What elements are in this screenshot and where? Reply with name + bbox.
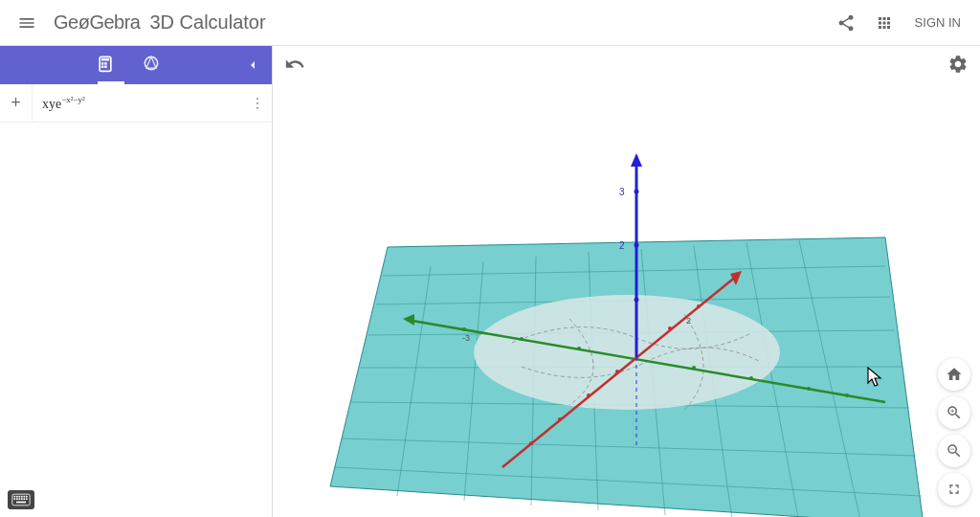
x-tick: 2 <box>686 316 691 326</box>
svg-point-48 <box>635 243 639 248</box>
algebra-sidebar: + xye−x²−y² <box>0 46 273 517</box>
formula-input[interactable]: xye−x²−y² <box>33 95 243 112</box>
svg-rect-62 <box>26 498 28 500</box>
zoom-out-button[interactable] <box>938 435 970 467</box>
svg-point-43 <box>697 304 701 308</box>
svg-rect-3 <box>104 62 107 65</box>
menu-button[interactable] <box>8 4 46 42</box>
svg-point-41 <box>615 370 619 373</box>
add-input-button[interactable]: + <box>0 84 33 123</box>
svg-point-35 <box>845 393 849 397</box>
svg-point-29 <box>462 327 466 331</box>
svg-rect-63 <box>16 502 26 504</box>
svg-point-34 <box>807 387 811 391</box>
svg-rect-60 <box>21 498 23 500</box>
svg-rect-4 <box>101 66 104 69</box>
page-title: 3D Calculator <box>149 11 265 34</box>
collapse-sidebar-button[interactable] <box>241 54 264 77</box>
svg-rect-54 <box>21 496 23 498</box>
svg-rect-53 <box>19 496 21 498</box>
undo-button[interactable] <box>284 54 305 79</box>
zoom-in-button[interactable] <box>938 396 970 429</box>
z-tick-2: 2 <box>619 240 625 251</box>
3d-plot[interactable]: 3 2 2 -3 <box>273 84 980 517</box>
svg-point-26 <box>474 295 780 410</box>
svg-rect-55 <box>24 496 26 498</box>
app-header: GeøGebra 3D Calculator SIGN IN <box>0 0 980 46</box>
svg-rect-59 <box>19 498 21 500</box>
svg-rect-5 <box>104 66 107 69</box>
apps-icon[interactable] <box>865 4 903 42</box>
fullscreen-button[interactable] <box>938 473 970 506</box>
svg-marker-45 <box>631 153 642 167</box>
view-controls <box>938 358 970 506</box>
tab-tools[interactable] <box>142 54 161 77</box>
svg-point-42 <box>668 326 672 330</box>
formula-base: xye <box>42 96 61 110</box>
share-icon[interactable] <box>827 4 865 42</box>
formula-exponent: −x²−y² <box>61 95 85 104</box>
home-view-button[interactable] <box>938 358 970 391</box>
virtual-keyboard-button[interactable] <box>8 490 34 509</box>
svg-point-40 <box>587 393 590 397</box>
svg-rect-2 <box>101 62 104 65</box>
svg-point-9 <box>256 106 258 108</box>
svg-point-30 <box>520 337 523 341</box>
svg-rect-52 <box>16 496 18 498</box>
svg-rect-58 <box>16 498 18 500</box>
tab-algebra[interactable] <box>96 54 115 77</box>
svg-point-38 <box>529 441 533 445</box>
svg-rect-1 <box>101 58 109 61</box>
settings-button[interactable] <box>947 54 969 79</box>
svg-point-31 <box>577 347 581 350</box>
svg-rect-57 <box>14 498 16 500</box>
svg-rect-51 <box>14 496 16 498</box>
svg-point-8 <box>256 102 258 104</box>
svg-rect-56 <box>26 496 28 498</box>
svg-point-39 <box>558 417 562 421</box>
logo: GeøGebra <box>54 11 140 34</box>
svg-rect-61 <box>24 498 26 500</box>
y-tick: -3 <box>462 333 470 343</box>
sidebar-tabs <box>0 46 272 84</box>
svg-point-33 <box>749 376 753 380</box>
z-tick-3: 3 <box>619 187 625 197</box>
svg-point-7 <box>256 98 258 100</box>
svg-point-47 <box>635 298 639 303</box>
svg-point-32 <box>692 366 696 370</box>
formula-row[interactable]: + xye−x²−y² <box>0 84 272 123</box>
signin-button[interactable]: SIGN IN <box>903 15 972 30</box>
row-menu-button[interactable] <box>243 84 272 123</box>
svg-point-49 <box>635 190 639 194</box>
graph-canvas[interactable]: 3 2 2 -3 <box>273 46 980 517</box>
